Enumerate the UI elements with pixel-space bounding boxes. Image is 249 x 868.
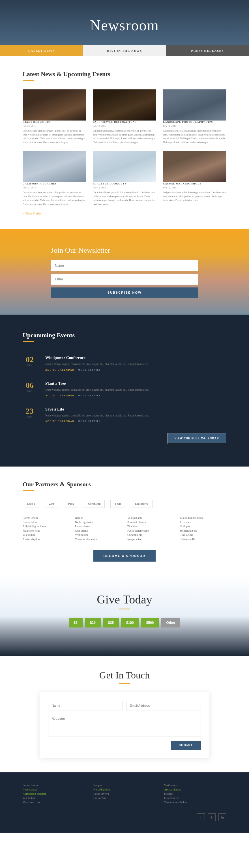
newsletter-form-container: Join Our Newsletter Subscribe Now xyxy=(51,246,198,298)
give-amount-10[interactable]: $10 xyxy=(85,618,101,627)
submit-button[interactable]: Submit xyxy=(171,741,201,750)
contact-email-input[interactable] xyxy=(126,701,201,710)
partners-divider xyxy=(23,490,34,491)
event-links: Add To Calendar More Details xyxy=(45,394,226,397)
newsletter-name-input[interactable] xyxy=(51,260,198,271)
list-item: Vivamus elementum xyxy=(75,537,122,541)
list-item: Curabitur elit xyxy=(127,533,174,536)
give-title: Give Today xyxy=(23,593,226,606)
events-title: Upcomming Events xyxy=(23,332,226,339)
give-amount-500[interactable]: $500 xyxy=(141,618,159,627)
news-card-image xyxy=(163,89,226,121)
footer-col-2: Netque Nulla dignissim Lacus viverra Cra… xyxy=(93,784,156,805)
list-item: Tincidunt xyxy=(127,525,174,528)
facebook-icon[interactable]: f xyxy=(197,813,205,821)
give-amount-100[interactable]: $100 xyxy=(121,618,139,627)
list-item: Arcu dum xyxy=(180,521,226,524)
contact-message-input[interactable] xyxy=(48,714,201,737)
subscribe-button[interactable]: Subscribe Now xyxy=(51,287,198,298)
tab-press-releases[interactable]: Press Releases xyxy=(166,45,249,56)
list-item: Ultrices nulla xyxy=(180,537,226,541)
news-card-category: Giant Redwoods xyxy=(23,121,86,123)
footer-list-item[interactable]: Adipisicing incidunt xyxy=(23,792,85,795)
event-links: Add To Calendar More Details xyxy=(45,420,226,423)
older-entries-link[interactable]: « Older Entries xyxy=(23,212,226,215)
more-details-link[interactable]: More Details xyxy=(78,420,101,423)
event-content: Save a Life Nunc volutpat sapien, conval… xyxy=(45,407,226,423)
news-card[interactable]: California Beaches Feb 12, 2016 Curabitu… xyxy=(23,151,86,206)
partners-col: Netque Nulla dignissim Lacus viverra Cra… xyxy=(75,516,122,542)
become-sponsor-button[interactable]: Become A Sponsor xyxy=(93,550,156,562)
partners-col: Vestibulum tormodo Arcu dum Id aliquet S… xyxy=(180,516,226,542)
news-card-date: Feb 12, 2016 xyxy=(23,186,86,189)
news-card-text: Curabitur arcu erat, accumsan id imperdi… xyxy=(23,129,86,144)
add-calendar-link[interactable]: Add To Calendar xyxy=(45,394,74,397)
event-item: 02 Jan Windpower Conference Nunc volutpa… xyxy=(23,355,226,371)
page-footer: Lorem ipsum Consectetuar Adipisicing inc… xyxy=(0,772,249,833)
event-content: Plant a Tree Nunc volutpat sapien, conva… xyxy=(45,381,226,397)
give-amount-25[interactable]: $25 xyxy=(103,618,119,627)
news-card-date: Feb 12, 2016 xyxy=(93,124,156,127)
footer-list-item: Lacus viverra xyxy=(93,792,156,795)
newsletter-email-input[interactable] xyxy=(51,274,198,285)
contact-name-input[interactable] xyxy=(48,701,123,710)
give-amount-other[interactable]: Other xyxy=(161,618,180,627)
more-details-link[interactable]: More Details xyxy=(78,394,101,397)
more-details-link[interactable]: More Details xyxy=(78,368,101,371)
event-month: Jan xyxy=(23,389,37,393)
news-card[interactable]: Giant Redwoods Feb 12, 2016 Curabitur ar… xyxy=(23,89,86,144)
event-date-box: 02 Jan xyxy=(23,355,37,367)
page-title: Newsroom xyxy=(6,17,243,34)
news-card-text: Curabitur arcu erat, accumsan id imperdi… xyxy=(93,129,156,144)
news-card-text: Curabitur arcu erat, accumsan id imperdi… xyxy=(23,191,86,206)
form-name-email-row xyxy=(48,701,201,710)
footer-list-item[interactable]: Nulla dignissim xyxy=(93,788,156,791)
news-card-image xyxy=(23,89,86,121)
news-card-category: Fall Travel Destinations xyxy=(93,121,156,123)
news-card-text: Sed porttitor lacus nibh. Proin eget tor… xyxy=(163,191,226,202)
event-month: Jan xyxy=(23,364,37,367)
list-item: Netque xyxy=(75,516,122,520)
news-card-image xyxy=(163,151,226,182)
contact-title: Get In Touch xyxy=(23,670,226,681)
news-card-text: Curabitur aliquet quam id dui posuere bl… xyxy=(93,191,156,206)
news-card-date: Feb 12, 2016 xyxy=(23,124,86,127)
view-calendar-button[interactable]: View The Full Calendar xyxy=(167,433,226,444)
partner-logo: Leaf Berry xyxy=(131,500,153,508)
partners-list: Lorem ipsum Consectetuar Adipisicing inc… xyxy=(23,516,226,542)
section-divider xyxy=(23,80,34,81)
footer-list-item[interactable]: Auctor blanket xyxy=(164,788,226,791)
partners-section: Our Partners & Sponsors Logo I Zim Prox … xyxy=(0,467,249,576)
contact-form: Submit xyxy=(40,692,209,758)
contact-divider xyxy=(119,683,130,684)
page-header: Newsroom xyxy=(0,0,249,45)
event-day: 02 xyxy=(23,355,37,364)
add-calendar-link[interactable]: Add To Calendar xyxy=(45,420,74,423)
list-item: Adipisicing incidunt xyxy=(23,525,69,528)
add-calendar-link[interactable]: Add To Calendar xyxy=(45,368,74,371)
partners-logos: Logo I Zim Prox GreenBull T&B Leaf Berry xyxy=(23,500,226,508)
footer-col-3: Vestibulum Auctor blanket Placerat Curab… xyxy=(164,784,226,805)
give-amounts: $5 $10 $25 $100 $500 Other xyxy=(23,618,226,627)
news-card[interactable]: Fall Travel Destinations Feb 12, 2016 Cu… xyxy=(93,89,156,144)
footer-list-item: Vivamus vestibulum xyxy=(164,801,226,804)
event-date-box: 06 Jan xyxy=(23,381,37,393)
twitter-icon[interactable]: t xyxy=(208,813,216,821)
news-card[interactable]: Peaceful Lookouts Feb 12, 2016 Curabitur… xyxy=(93,151,156,206)
news-card[interactable]: Landscape Photography Tips Feb 12, 2016 … xyxy=(163,89,226,144)
event-name: Save a Life xyxy=(45,407,226,412)
footer-list-item: Netque xyxy=(93,784,156,787)
events-section: Upcomming Events 02 Jan Windpower Confer… xyxy=(0,315,249,467)
tab-latest-news[interactable]: Latest News xyxy=(0,45,83,56)
footer-list-item[interactable]: Consectetuar xyxy=(23,788,85,791)
news-card[interactable]: Casual Walking Shoes Feb 12, 2016 Sed po… xyxy=(163,151,226,206)
list-item: Cras iaculis xyxy=(180,533,226,536)
view-calendar-bar: View The Full Calendar xyxy=(23,433,226,444)
give-amount-5[interactable]: $5 xyxy=(69,618,83,627)
list-item: Integer vitae xyxy=(127,537,174,541)
event-date-box: 23 Jan xyxy=(23,407,37,418)
tab-divi-news[interactable]: Divi In The News xyxy=(83,45,166,56)
linkedin-icon[interactable]: in xyxy=(218,813,226,821)
news-card-date: Feb 12, 2016 xyxy=(93,186,156,189)
footer-list-item: Mauris eu risus xyxy=(23,801,85,804)
